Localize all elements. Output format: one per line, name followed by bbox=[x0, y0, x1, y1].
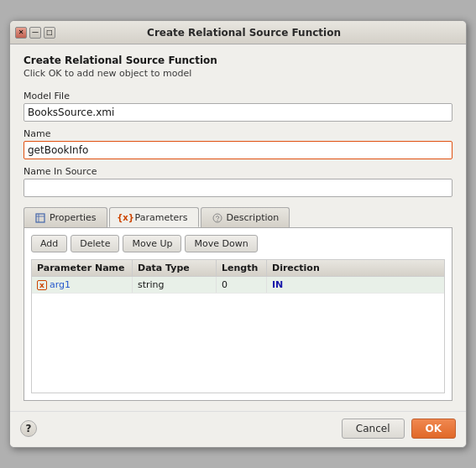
svg-rect-0 bbox=[36, 214, 44, 222]
tab-properties[interactable]: Properties bbox=[24, 207, 107, 227]
tab-description-label: Description bbox=[227, 212, 280, 223]
parameters-toolbar: Add Delete Move Up Move Down bbox=[31, 235, 445, 252]
move-down-button[interactable]: Move Down bbox=[185, 235, 257, 252]
cancel-button[interactable]: Cancel bbox=[342, 419, 405, 439]
ok-button[interactable]: OK bbox=[411, 419, 457, 439]
parameters-table: Parameter Name Data Type Length Directio… bbox=[31, 259, 445, 393]
tab-bar: Properties {x} Parameters Description bbox=[24, 207, 452, 228]
col-header-param-name: Parameter Name bbox=[32, 260, 133, 276]
model-file-input[interactable] bbox=[24, 103, 452, 122]
svg-point-4 bbox=[217, 220, 217, 221]
param-type-icon: x bbox=[37, 280, 47, 290]
tab-description[interactable]: Description bbox=[201, 207, 290, 227]
name-group: Name bbox=[24, 128, 452, 159]
name-label: Name bbox=[24, 128, 452, 139]
dialog-header-title: Create Relational Source Function bbox=[24, 55, 452, 66]
name-input[interactable] bbox=[24, 141, 452, 159]
maximize-button[interactable]: □ bbox=[44, 27, 55, 39]
tab-panel-parameters: Add Delete Move Up Move Down Parameter N… bbox=[24, 228, 452, 401]
description-icon bbox=[212, 212, 223, 224]
cell-direction: IN bbox=[267, 277, 444, 293]
close-button[interactable]: ✕ bbox=[15, 27, 27, 39]
delete-button[interactable]: Delete bbox=[71, 235, 119, 252]
name-in-source-label: Name In Source bbox=[24, 166, 452, 177]
minimize-button[interactable]: — bbox=[29, 27, 41, 39]
col-header-length: Length bbox=[217, 260, 267, 276]
window-controls: ✕ — □ bbox=[15, 27, 55, 39]
properties-icon bbox=[34, 212, 46, 224]
tab-parameters-label: Parameters bbox=[135, 212, 188, 223]
cell-length: 0 bbox=[217, 277, 267, 293]
col-header-data-type: Data Type bbox=[133, 260, 217, 276]
dialog-header-subtitle: Click OK to add new object to model bbox=[24, 68, 452, 79]
dialog-content: Create Relational Source Function Click … bbox=[10, 44, 466, 411]
parameters-icon: {x} bbox=[120, 211, 132, 223]
col-header-direction: Direction bbox=[267, 260, 444, 276]
table-row[interactable]: x arg1 string 0 IN bbox=[32, 277, 444, 294]
footer-buttons: Cancel OK bbox=[342, 419, 456, 439]
name-in-source-input[interactable] bbox=[24, 179, 452, 197]
table-header: Parameter Name Data Type Length Directio… bbox=[32, 260, 444, 277]
move-up-button[interactable]: Move Up bbox=[123, 235, 181, 252]
add-button[interactable]: Add bbox=[31, 235, 67, 252]
dialog-window: ✕ — □ Create Relational Source Function … bbox=[9, 20, 467, 448]
window-title: Create Relational Source Function bbox=[60, 27, 427, 39]
dialog-footer: ? Cancel OK bbox=[10, 411, 466, 447]
table-body: x arg1 string 0 IN bbox=[32, 277, 444, 386]
model-file-group: Model File bbox=[24, 91, 452, 122]
tab-parameters[interactable]: {x} Parameters bbox=[109, 207, 199, 227]
cell-data-type: string bbox=[133, 277, 217, 293]
help-button[interactable]: ? bbox=[20, 420, 37, 437]
title-bar: ✕ — □ Create Relational Source Function bbox=[10, 21, 466, 44]
cell-param-name: x arg1 bbox=[32, 277, 133, 293]
tab-properties-label: Properties bbox=[50, 212, 97, 223]
name-in-source-group: Name In Source bbox=[24, 166, 452, 197]
model-file-label: Model File bbox=[24, 91, 452, 101]
param-name-value: arg1 bbox=[50, 279, 71, 290]
